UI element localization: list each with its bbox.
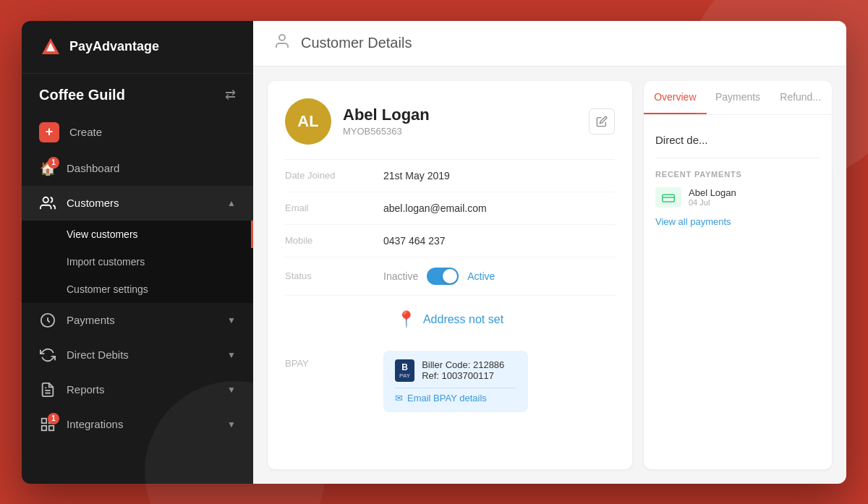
mobile-label: Mobile [285, 235, 372, 246]
status-label: Status [285, 270, 372, 281]
payment-item: Abel Logan 04 Jul [655, 187, 820, 208]
customer-details-icon [273, 33, 291, 54]
date-joined-label: Date Joined [285, 170, 372, 181]
status-toggle-row: Inactive Active [383, 268, 495, 285]
bpay-details: Biller Code: 212886 Ref: 1003700117 [422, 359, 504, 381]
swap-icon[interactable]: ⇄ [225, 87, 236, 103]
reports-icon [39, 381, 56, 398]
logo-text: PayAdvantage [69, 39, 159, 54]
bpay-row: BPAY B PAY Biller Code: 212886 [285, 343, 615, 413]
dashboard-icon: 🏠 1 [39, 160, 56, 177]
svg-rect-9 [42, 425, 46, 430]
main-content: Customer Details AL Abel Logan MYOB56536… [253, 21, 846, 484]
nav-create-label: Create [69, 126, 236, 138]
nav-reports-label: Reports [67, 383, 217, 396]
nav-item-reports[interactable]: Reports ▼ [22, 372, 253, 407]
view-all-payments-link[interactable]: View all payments [655, 216, 820, 227]
nav-item-integrations[interactable]: 1 Integrations ▼ [22, 407, 253, 442]
create-button-icon: + [39, 122, 59, 142]
email-value: abel.logan@email.com [383, 202, 487, 214]
mobile-value: 0437 464 237 [383, 235, 446, 247]
tab-refunds[interactable]: Refund... [769, 81, 832, 114]
bpay-biller: Biller Code: 212886 [422, 359, 504, 370]
customer-id: MYOB565363 [343, 126, 577, 137]
nav-customers-label: Customers [67, 197, 217, 209]
integrations-chevron-icon: ▼ [227, 419, 236, 430]
svg-point-10 [279, 35, 285, 40]
nav-integrations-label: Integrations [67, 418, 217, 430]
customers-subnav: View customers Import customers Customer… [22, 221, 253, 303]
payments-chevron-icon: ▼ [227, 315, 236, 325]
bpay-email-icon: ✉ [395, 393, 403, 403]
direct-debit-label: Direct de... [655, 127, 820, 158]
status-inactive-text: Inactive [383, 270, 418, 282]
panel-body: Direct de... RECENT PAYMENTS Abel Logan … [644, 115, 832, 469]
address-section[interactable]: 📍 Address not set [285, 296, 615, 343]
status-row: Status Inactive Active [285, 257, 615, 296]
email-row: Email abel.logan@email.com [285, 192, 615, 225]
avatar: AL [285, 98, 331, 145]
direct-debits-chevron-icon: ▼ [227, 350, 236, 360]
bpay-top: B PAY Biller Code: 212886 Ref: [395, 359, 516, 383]
tab-payments[interactable]: Payments [707, 81, 770, 114]
sidebar-header: PayAdvantage [22, 21, 253, 74]
subnav-customer-settings[interactable]: Customer settings [22, 276, 253, 303]
nav-payments-label: Payments [67, 314, 217, 326]
integrations-icon: 1 [39, 416, 56, 433]
payadvantage-logo-icon [39, 35, 62, 59]
status-toggle[interactable] [427, 268, 459, 285]
customers-chevron-icon: ▲ [227, 198, 236, 208]
customers-icon [39, 195, 56, 212]
customer-name: Abel Logan [343, 106, 577, 124]
svg-rect-8 [49, 425, 54, 430]
subnav-import-customers[interactable]: Import customers [22, 248, 253, 276]
payment-name: Abel Logan [689, 187, 820, 198]
edit-button[interactable] [589, 108, 615, 134]
customer-header: AL Abel Logan MYOB565363 [285, 98, 615, 160]
nav-item-direct-debits[interactable]: Direct Debits ▼ [22, 338, 253, 372]
bpay-label: BPAY [285, 351, 372, 369]
content-area: AL Abel Logan MYOB565363 Date Joined [253, 67, 846, 484]
email-label: Email [285, 202, 372, 213]
dashboard-badge: 1 [48, 157, 59, 168]
integrations-badge: 1 [48, 413, 59, 424]
nav-direct-debits-label: Direct Debits [67, 349, 217, 361]
mobile-row: Mobile 0437 464 237 [285, 225, 615, 257]
nav-item-payments[interactable]: Payments ▼ [22, 303, 253, 338]
svg-rect-11 [663, 195, 675, 202]
customer-info: Abel Logan MYOB565363 [343, 106, 577, 137]
subnav-view-customers[interactable]: View customers [22, 221, 253, 248]
bpay-logo: B PAY [395, 359, 414, 383]
reports-chevron-icon: ▼ [227, 385, 236, 395]
nav-item-dashboard[interactable]: 🏠 1 Dashboard [22, 151, 253, 186]
top-bar: Customer Details [253, 21, 846, 67]
date-joined-row: Date Joined 21st May 2019 [285, 160, 615, 192]
date-joined-value: 21st May 2019 [383, 170, 450, 181]
address-text: Address not set [423, 313, 503, 326]
payment-info: Abel Logan 04 Jul [689, 187, 820, 207]
nav-item-customers[interactable]: Customers ▲ [22, 186, 253, 221]
workspace-row: Coffee Guild ⇄ [22, 74, 253, 114]
recent-payments-label: RECENT PAYMENTS [655, 170, 820, 179]
nav-item-create[interactable]: + Create [22, 114, 253, 151]
status-active-text: Active [467, 270, 495, 282]
address-pin-icon: 📍 [396, 310, 416, 329]
toggle-knob [443, 269, 457, 283]
payment-icon [655, 187, 681, 208]
bpay-ref: Ref: 1003700117 [422, 370, 504, 381]
direct-debits-icon [39, 346, 56, 364]
page-title: Customer Details [301, 35, 412, 51]
tabs-row: Overview Payments Refund... [644, 81, 832, 115]
bpay-card: B PAY Biller Code: 212886 Ref: [383, 351, 528, 413]
sidebar: PayAdvantage Coffee Guild ⇄ + Create 🏠 1… [22, 21, 253, 484]
workspace-name: Coffee Guild [39, 87, 125, 103]
bpay-email-link[interactable]: ✉ Email BPAY details [395, 388, 516, 403]
payment-date: 04 Jul [689, 198, 820, 207]
tab-overview[interactable]: Overview [644, 81, 707, 114]
customer-card: AL Abel Logan MYOB565363 Date Joined [268, 81, 632, 469]
right-panel: Overview Payments Refund... Direct de...… [644, 81, 832, 469]
svg-point-2 [43, 197, 48, 202]
svg-rect-6 [42, 418, 46, 422]
nav-dashboard-label: Dashboard [67, 162, 236, 174]
payments-icon [39, 312, 56, 329]
